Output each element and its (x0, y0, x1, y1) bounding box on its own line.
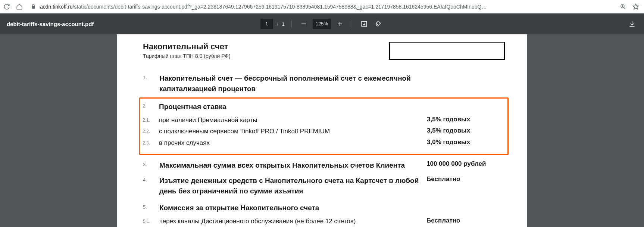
svg-line-1 (624, 7, 625, 9)
row-5: 5. Комиссия за открытие Накопительного с… (143, 203, 505, 213)
row-text: с подключенным сервисом Tinkoff PRO / Ti… (159, 127, 427, 136)
reload-icon[interactable] (3, 3, 10, 10)
svg-marker-4 (633, 4, 639, 9)
pdf-viewport[interactable]: Накопительный счет Тарифный план ТПН 8.0… (0, 34, 644, 227)
row-number: 2.3. (143, 139, 159, 146)
url-bar[interactable]: acdn.tinkoff.ru/static/documents/debit-t… (28, 4, 614, 10)
url-domain: acdn.tinkoff.ru (40, 4, 73, 10)
row-number: 1. (143, 73, 159, 80)
document-subtitle: Тарифный план ТПН 8.0 (рубли РФ) (143, 53, 231, 59)
row-text: Накопительный счет — бессрочный пополняе… (159, 73, 426, 94)
home-icon[interactable] (16, 3, 23, 10)
zoom-out-button[interactable] (298, 19, 309, 29)
page-number-input[interactable]: 1 (260, 19, 273, 29)
row-4: 4. Изъятие денежных средств с Накопитель… (143, 175, 505, 196)
row-text: Процентная ставка (159, 102, 427, 112)
row-number: 3. (143, 160, 159, 167)
row-number: 4. (143, 175, 159, 183)
browser-address-bar: acdn.tinkoff.ru/static/documents/debit-t… (0, 0, 644, 13)
row-2-2: 2.2. с подключенным сервисом Tinkoff PRO… (143, 127, 505, 136)
row-3: 3. Максимальная сумма всех открытых Нако… (143, 160, 505, 171)
row-2: 2. Процентная ставка (143, 102, 505, 112)
zoom-level[interactable]: 125% (313, 19, 331, 29)
page-total: 1 (282, 21, 285, 27)
row-text: Максимальная сумма всех открытых Накопит… (159, 160, 426, 171)
row-number: 5. (143, 203, 159, 210)
header-placeholder-box (389, 42, 505, 60)
divider (352, 20, 352, 28)
zoom-in-button[interactable] (335, 19, 345, 29)
rotate-button[interactable] (373, 19, 384, 29)
row-text: Комиссия за открытие Накопительного счет… (159, 203, 426, 213)
download-button[interactable] (627, 19, 637, 29)
highlighted-section: 2. Процентная ставка 2.1. при наличии Пр… (139, 97, 509, 155)
row-number: 2.1. (143, 116, 159, 123)
row-number: 5.1. (143, 217, 159, 224)
pdf-page: Накопительный счет Тарифный план ТПН 8.0… (117, 34, 527, 227)
lock-icon (31, 4, 36, 9)
url-text: acdn.tinkoff.ru/static/documents/debit-t… (40, 4, 487, 10)
row-number: 2. (143, 102, 159, 109)
row-number: 2.2. (143, 127, 159, 134)
row-2-1: 2.1. при наличии Премиальной карты 3,5% … (143, 116, 505, 125)
page-separator: / (277, 21, 278, 27)
row-text: в прочих случаях (159, 139, 427, 148)
row-value: 3,0% годовых (427, 139, 505, 146)
row-value: 3,5% годовых (427, 116, 505, 123)
pdf-toolbar: debit-tariffs-savings-account.pdf 1 / 1 … (0, 13, 644, 34)
row-value: 100 000 000 рублей (426, 160, 505, 168)
row-1: 1. Накопительный счет — бессрочный попол… (143, 73, 505, 94)
row-value: 3,5% годовых (427, 127, 505, 134)
pdf-toolbar-center: 1 / 1 125% (260, 19, 384, 29)
fit-page-button[interactable] (359, 19, 369, 29)
row-text: через каналы Дистанционного обслуживания… (159, 217, 426, 226)
zoom-lens-icon[interactable] (619, 3, 627, 10)
document-title: Накопительный счет (143, 42, 231, 52)
row-5-1: 5.1. через каналы Дистанционного обслужи… (143, 217, 505, 226)
row-text: Изъятие денежных средств с Накопительног… (159, 175, 426, 196)
row-value: Бесплатно (426, 175, 505, 183)
url-path: /static/documents/debit-tariffs-savings-… (73, 4, 487, 10)
row-2-3: 2.3. в прочих случаях 3,0% годовых (143, 139, 505, 148)
pdf-filename: debit-tariffs-savings-account.pdf (7, 21, 94, 27)
row-value: Бесплатно (426, 217, 505, 224)
divider (291, 20, 292, 28)
row-text: при наличии Премиальной карты (159, 116, 427, 125)
bookmark-star-icon[interactable] (632, 3, 640, 10)
